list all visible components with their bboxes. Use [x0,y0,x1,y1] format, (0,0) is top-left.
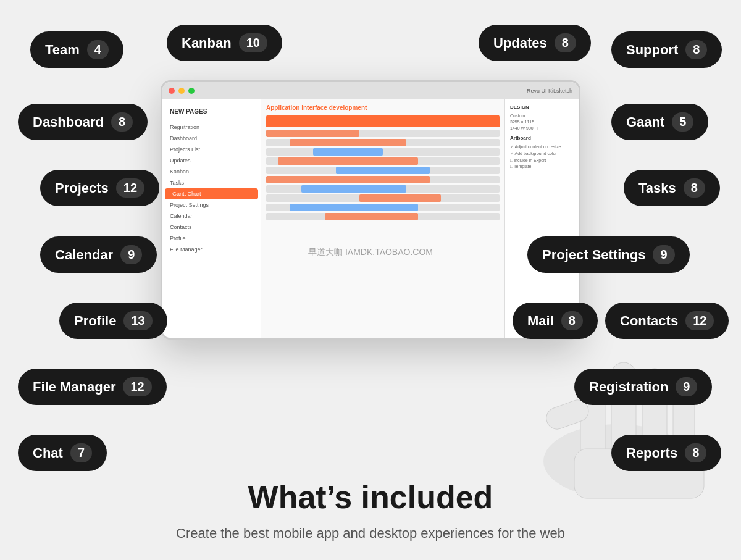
pill-label-projects: Projects [55,180,109,196]
main-title: What’s included [154,479,587,516]
pill-badge-kanban: 10 [239,33,267,52]
sidebar-dashboard[interactable]: Dashboard [162,133,261,144]
pill-badge-support: 8 [685,40,707,59]
pill-label-project-settings: Project Settings [542,247,645,263]
pill-label-mail: Mail [527,313,554,329]
panel-artboard-title: Artboard [510,135,574,141]
pill-registration[interactable]: Registration 9 [574,369,712,405]
watermark: 早道大咖 IAMDK.TAOBAO.COM [308,247,433,258]
pill-chat[interactable]: Chat 7 [18,435,107,471]
sidebar-registration[interactable]: Registration [162,122,261,133]
gantt-chart [266,130,500,220]
pill-contacts[interactable]: Contacts 12 [605,303,729,339]
pill-tasks[interactable]: Tasks 8 [624,170,720,206]
pill-badge-tasks: 8 [684,178,705,198]
pill-badge-contacts: 12 [685,311,714,330]
pill-label-kanban: Kanban [182,35,232,51]
pill-calendar[interactable]: Calendar 9 [40,236,157,273]
sidebar-gantt[interactable]: Gantt Chart [165,188,258,199]
pill-support[interactable]: Support 8 [611,31,722,68]
laptop-frame: Revu UI Kit.sketch NEW PAGES Registratio… [161,80,580,340]
panel-item-2: 3255 × 1115 [510,120,574,124]
app-sidebar: NEW PAGES Registration Dashboard Project… [162,99,261,338]
pill-badge-profile: 13 [124,311,152,330]
panel-bg: ✓ Add background color [510,151,574,156]
pill-reports[interactable]: Reports 8 [611,435,721,471]
pill-label-tasks: Tasks [638,180,676,196]
pill-label-team: Team [45,42,80,58]
screen-body: NEW PAGES Registration Dashboard Project… [162,99,579,338]
titlebar: Revu UI Kit.sketch [162,82,579,99]
pill-label-reports: Reports [626,445,677,461]
close-dot [169,88,175,94]
pill-gaant[interactable]: Gaant 5 [611,104,708,140]
pill-label-gaant: Gaant [626,114,664,130]
main-content: Application interface development [261,99,504,338]
sidebar-calendar[interactable]: Calendar [162,211,261,222]
pill-file-manager[interactable]: File Manager 12 [18,369,167,405]
pill-dashboard[interactable]: Dashboard 8 [18,104,148,140]
sidebar-title: NEW PAGES [162,104,261,119]
sidebar-file-manager[interactable]: File Manager [162,244,261,255]
pill-badge-updates: 8 [555,33,576,52]
panel-item-1: Custom [510,114,574,118]
pill-updates[interactable]: Updates 8 [479,25,591,61]
pill-projects[interactable]: Projects 12 [40,170,159,206]
panel-design-title: DESIGN [510,104,574,110]
sidebar-kanban[interactable]: Kanban [162,166,261,177]
panel-adjust: ✓ Adjust content on resize [510,144,574,149]
pill-label-dashboard: Dashboard [33,114,104,130]
pill-badge-team: 4 [87,40,109,59]
maximize-dot [188,88,195,94]
pill-badge-chat: 7 [70,443,92,462]
sidebar-updates[interactable]: Updates [162,155,261,166]
pill-project-settings[interactable]: Project Settings 9 [527,236,690,273]
sidebar-proj-settings[interactable]: Project Settings [162,199,261,211]
pill-mail[interactable]: Mail 8 [513,303,598,339]
pill-badge-project-settings: 9 [653,245,674,264]
pill-label-chat: Chat [33,445,63,461]
pill-label-contacts: Contacts [620,313,678,329]
pill-label-support: Support [626,42,678,58]
subtitle: Create the best mobile app and desktop e… [154,525,587,541]
pill-badge-gaant: 5 [672,112,693,132]
pill-label-calendar: Calendar [55,247,113,263]
pill-profile[interactable]: Profile 13 [59,303,167,339]
pill-badge-calendar: 9 [120,245,142,264]
pill-badge-registration: 9 [676,377,697,396]
pill-badge-projects: 12 [116,178,144,198]
pill-badge-mail: 8 [561,311,583,330]
pill-team[interactable]: Team 4 [30,31,124,68]
panel-template: □ Template [510,164,574,169]
pill-label-file-manager: File Manager [33,379,115,395]
pill-badge-reports: 8 [685,443,706,462]
sidebar-contacts[interactable]: Contacts [162,222,261,233]
sidebar-tasks[interactable]: Tasks [162,177,261,188]
panel-item-3: 1440 W 900 H [510,126,574,130]
bottom-content: What’s included Create the best mobile a… [154,479,587,541]
laptop-screen: Revu UI Kit.sketch NEW PAGES Registratio… [162,82,579,338]
panel-export: □ Include in Export [510,158,574,162]
gantt-title: Application interface development [266,104,500,111]
pill-badge-dashboard: 8 [111,112,133,132]
pill-label-registration: Registration [589,379,668,395]
pill-label-profile: Profile [74,313,116,329]
pill-label-updates: Updates [493,35,547,51]
gantt-header [266,115,500,127]
pill-badge-file-manager: 12 [123,377,151,396]
sidebar-profile[interactable]: Profile [162,233,261,244]
sidebar-projects-list[interactable]: Projects List [162,144,261,155]
minimize-dot [178,88,185,94]
screen-title-label: Revu UI Kit.sketch [527,88,572,94]
pill-kanban[interactable]: Kanban 10 [167,25,282,61]
